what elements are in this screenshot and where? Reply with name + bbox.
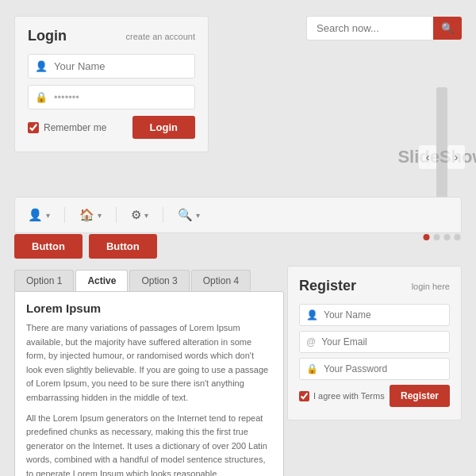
login-here-link[interactable]: login here <box>412 282 450 291</box>
dot-1[interactable] <box>424 234 430 240</box>
nav-item-home[interactable]: 🏠 ▾ <box>75 204 106 226</box>
nav-item-user[interactable]: 👤 ▾ <box>23 204 55 226</box>
dot-4[interactable] <box>455 234 461 240</box>
create-account-link[interactable]: create an account <box>126 32 195 41</box>
register-button[interactable]: Register <box>390 385 450 407</box>
user-nav-icon: 👤 <box>28 208 43 222</box>
nav-divider-1 <box>64 207 65 223</box>
button-2[interactable]: Button <box>89 234 157 259</box>
search-nav-icon: 🔍 <box>178 208 193 222</box>
remember-left: Remember me <box>28 122 106 133</box>
nav-item-settings[interactable]: ⚙ ▾ <box>126 204 153 226</box>
reg-password-row: 🔒 <box>299 358 450 380</box>
slide-dots <box>424 234 461 240</box>
reg-email-row: @ <box>299 331 450 353</box>
chevron-down-icon-2: ▾ <box>98 211 102 220</box>
name-input-row: 👤 <box>28 54 195 79</box>
login-header: Login create an account <box>28 28 195 44</box>
login-password-input[interactable] <box>54 91 188 103</box>
tabs-section: Option 1 Active Option 3 Option 4 Lorem … <box>14 270 284 476</box>
login-title: Login <box>28 28 67 44</box>
slide-next-button[interactable]: › <box>447 145 465 169</box>
login-button[interactable]: Login <box>132 116 195 139</box>
slideshow-wrapper: SlideShow ‹ › <box>218 44 462 182</box>
user-icon: 👤 <box>35 60 48 72</box>
chevron-down-icon-4: ▾ <box>196 211 200 220</box>
reg-password-input[interactable] <box>324 363 443 374</box>
button-1[interactable]: Button <box>14 234 83 259</box>
tab-content-title: Lorem Ipsum <box>26 301 272 315</box>
navbar: 👤 ▾ 🏠 ▾ ⚙ ▾ 🔍 ▾ <box>14 197 462 233</box>
reg-email-icon: @ <box>306 336 316 347</box>
search-button[interactable]: 🔍 <box>433 17 462 40</box>
remember-label: Remember me <box>44 122 106 133</box>
nav-divider-3 <box>163 207 163 223</box>
agree-left: I agree with Terms <box>299 391 385 401</box>
tab-option1[interactable]: Option 1 <box>14 270 74 291</box>
tabs-row: Option 1 Active Option 3 Option 4 <box>14 270 284 291</box>
agree-checkbox[interactable] <box>299 391 309 401</box>
search-bar: 🔍 <box>306 16 462 40</box>
buttons-row: Button Button <box>14 234 157 259</box>
reg-name-row: 👤 <box>299 304 450 326</box>
agree-row: I agree with Terms Register <box>299 385 450 407</box>
tab-paragraph-2: All the Lorem Ipsum generators on the In… <box>26 412 272 476</box>
slide-prev-button[interactable]: ‹ <box>419 145 436 169</box>
password-input-row: 🔒 <box>28 85 195 109</box>
gear-nav-icon: ⚙ <box>131 208 141 222</box>
tab-option4[interactable]: Option 4 <box>191 270 251 291</box>
tab-option3[interactable]: Option 3 <box>129 270 189 291</box>
nav-item-search[interactable]: 🔍 ▾ <box>173 204 205 226</box>
tab-content: Lorem Ipsum There are many variations of… <box>14 291 284 476</box>
login-panel: Login create an account 👤 🔒 Remember me … <box>14 16 209 152</box>
login-name-input[interactable] <box>54 60 188 72</box>
register-panel: Register login here 👤 @ 🔒 I agree with T… <box>287 266 462 420</box>
tab-active[interactable]: Active <box>75 270 128 291</box>
nav-divider-2 <box>116 207 117 223</box>
tab-paragraph-1: There are many variations of passages of… <box>26 321 272 405</box>
chevron-down-icon-3: ▾ <box>144 211 148 220</box>
remember-checkbox[interactable] <box>28 122 39 133</box>
register-header: Register login here <box>299 278 450 294</box>
reg-name-input[interactable] <box>324 309 443 321</box>
remember-row: Remember me Login <box>28 116 195 139</box>
agree-label: I agree with Terms <box>313 391 385 401</box>
dot-3[interactable] <box>444 234 451 240</box>
register-title: Register <box>299 278 356 294</box>
lock-icon: 🔒 <box>35 91 48 103</box>
dot-2[interactable] <box>434 234 440 240</box>
home-nav-icon: 🏠 <box>79 208 94 222</box>
chevron-down-icon: ▾ <box>46 211 50 220</box>
reg-user-icon: 👤 <box>306 309 318 321</box>
search-input[interactable] <box>306 16 433 40</box>
reg-email-input[interactable] <box>321 336 443 347</box>
reg-lock-icon: 🔒 <box>306 363 318 374</box>
